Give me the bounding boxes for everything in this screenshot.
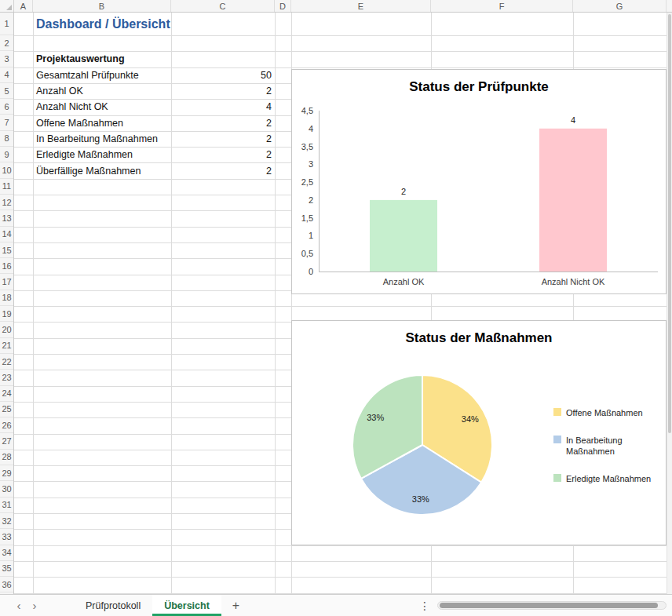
- row-header-34[interactable]: 34: [0, 545, 13, 561]
- select-all-corner[interactable]: [0, 0, 14, 12]
- y-tick-label: 2: [309, 195, 313, 205]
- row-header-33[interactable]: 33: [0, 529, 13, 545]
- gridline-h: [14, 35, 667, 36]
- cell-stat-value-C9[interactable]: 2: [171, 147, 275, 162]
- row-header-31[interactable]: 31: [0, 498, 13, 513]
- legend-item[interactable]: Erledigte Maßnahmen: [553, 473, 665, 484]
- bar-chart[interactable]: Status der Prüfpunkte 00,511,522,533,544…: [291, 69, 667, 294]
- row-header-16[interactable]: 16: [0, 258, 13, 274]
- pie-chart[interactable]: Status der Maßnahmen 34%33%33% Offene Ma…: [291, 320, 667, 545]
- row-header-3[interactable]: 3: [0, 51, 13, 67]
- pie-slice-label: 33%: [412, 494, 429, 504]
- tab-ubersicht[interactable]: Übersicht: [152, 595, 221, 616]
- pie-slice-label: 34%: [462, 414, 479, 424]
- row-header-36[interactable]: 36: [0, 577, 13, 592]
- bar-data-label: 4: [571, 115, 575, 125]
- vertical-scrollbar[interactable]: [667, 13, 672, 594]
- row-header-32[interactable]: 32: [0, 513, 13, 529]
- legend-label: Erledigte Maßnahmen: [566, 473, 651, 484]
- row-header-35[interactable]: 35: [0, 561, 13, 577]
- sheet-nav-left-icon[interactable]: ‹: [11, 595, 27, 616]
- column-header-A[interactable]: A: [14, 0, 33, 12]
- legend-item[interactable]: In Bearbeitung Maßnahmen: [553, 435, 665, 457]
- column-header-D[interactable]: D: [275, 0, 291, 12]
- add-sheet-button[interactable]: +: [221, 599, 250, 613]
- column-header-C[interactable]: C: [171, 0, 275, 12]
- y-tick-label: 1: [309, 231, 313, 240]
- column-header-G[interactable]: G: [573, 0, 667, 12]
- bar-anzahl-nicht-ok[interactable]: [539, 129, 607, 272]
- cell-sheet-title[interactable]: Dashboard / Übersicht: [33, 13, 268, 35]
- legend-swatch-icon: [553, 408, 561, 416]
- y-tick-label: 4,5: [301, 106, 313, 115]
- row-header-30[interactable]: 30: [0, 481, 13, 497]
- bar-data-label: 2: [401, 187, 406, 196]
- row-header-20[interactable]: 20: [0, 322, 13, 337]
- row-header-28[interactable]: 28: [0, 450, 13, 465]
- x-category-label: Anzahl OK: [383, 277, 425, 286]
- row-header-4[interactable]: 4: [0, 67, 13, 83]
- sheet-nav-right-icon[interactable]: ›: [27, 595, 42, 616]
- legend-label: In Bearbeitung Maßnahmen: [566, 435, 665, 457]
- row-header-5[interactable]: 5: [0, 83, 13, 99]
- horizontal-scrollbar[interactable]: [437, 601, 667, 610]
- gridline-h: [14, 306, 667, 307]
- more-options-icon[interactable]: ⋮: [412, 600, 437, 612]
- row-header-7[interactable]: 7: [0, 115, 13, 130]
- cell-stat-value-C4[interactable]: 50: [171, 67, 275, 83]
- row-headers: 1234567891011121314151617181920212223242…: [0, 13, 14, 594]
- gridline-h: [14, 577, 667, 578]
- row-header-27[interactable]: 27: [0, 433, 13, 449]
- y-tick-label: 1,5: [301, 213, 313, 223]
- vertical-scrollbar-thumb[interactable]: [668, 14, 671, 433]
- column-headers: ABCDEFG: [0, 0, 672, 13]
- legend-swatch-icon: [553, 474, 561, 482]
- row-header-8[interactable]: 8: [0, 131, 13, 147]
- row-header-9[interactable]: 9: [0, 147, 13, 162]
- row-header-11[interactable]: 11: [0, 179, 13, 195]
- row-header-25[interactable]: 25: [0, 402, 13, 417]
- y-tick-label: 0,5: [301, 249, 313, 258]
- column-header-F[interactable]: F: [431, 0, 573, 12]
- cell-stat-value-C8[interactable]: 2: [171, 131, 275, 147]
- column-header-B[interactable]: B: [33, 0, 171, 12]
- cell-stat-value-C10[interactable]: 2: [171, 162, 275, 178]
- cell-stat-value-C6[interactable]: 4: [171, 99, 275, 115]
- y-tick-label: 0: [309, 267, 313, 276]
- row-header-18[interactable]: 18: [0, 290, 13, 306]
- legend-swatch-icon: [553, 436, 561, 443]
- y-tick-label: 4: [309, 124, 313, 133]
- row-header-15[interactable]: 15: [0, 242, 13, 258]
- row-header-24[interactable]: 24: [0, 386, 13, 402]
- row-header-10[interactable]: 10: [0, 162, 13, 178]
- horizontal-scrollbar-thumb[interactable]: [440, 603, 658, 608]
- row-header-6[interactable]: 6: [0, 99, 13, 115]
- row-header-22[interactable]: 22: [0, 354, 13, 370]
- y-tick-label: 3,5: [301, 142, 313, 151]
- legend-item[interactable]: Offene Maßnahmen: [553, 407, 665, 418]
- pie-chart-legend: Offene MaßnahmenIn Bearbeitung Maßnahmen…: [553, 407, 665, 484]
- row-header-2[interactable]: 2: [0, 35, 13, 51]
- row-header-23[interactable]: 23: [0, 370, 13, 385]
- y-tick-label: 2,5: [301, 177, 313, 187]
- legend-label: Offene Maßnahmen: [566, 407, 643, 418]
- row-header-1[interactable]: 1: [0, 13, 13, 35]
- row-header-17[interactable]: 17: [0, 274, 13, 290]
- x-category-label: Anzahl Nicht OK: [542, 277, 605, 286]
- row-header-21[interactable]: 21: [0, 338, 13, 354]
- row-header-26[interactable]: 26: [0, 417, 13, 433]
- row-header-19[interactable]: 19: [0, 306, 13, 322]
- row-header-14[interactable]: 14: [0, 227, 13, 242]
- sheet-grid[interactable]: Status der Prüfpunkte 00,511,522,533,544…: [14, 13, 667, 594]
- bar-anzahl-ok[interactable]: [370, 200, 437, 272]
- row-header-29[interactable]: 29: [0, 465, 13, 481]
- row-header-12[interactable]: 12: [0, 195, 13, 210]
- tab-prufprotokoll[interactable]: Prüfprotokoll: [74, 595, 152, 616]
- cell-stat-value-C5[interactable]: 2: [171, 83, 275, 99]
- spreadsheet-window: ABCDEFG 12345678910111213141516171819202…: [0, 0, 672, 616]
- column-header-E[interactable]: E: [291, 0, 431, 12]
- y-tick-label: 3: [309, 159, 313, 169]
- row-header-13[interactable]: 13: [0, 210, 13, 226]
- cell-stat-value-C7[interactable]: 2: [171, 115, 275, 131]
- cell-section-header[interactable]: Projektauswertung: [33, 51, 171, 67]
